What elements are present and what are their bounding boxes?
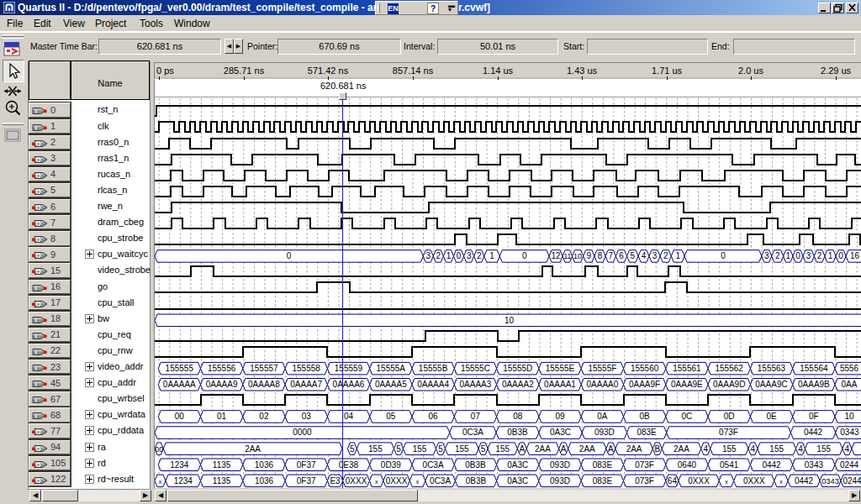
svg-text:3: 3 xyxy=(426,251,431,260)
svg-text:64: 64 xyxy=(668,476,678,486)
svg-text:2AA: 2AA xyxy=(626,444,642,454)
svg-text:0A3C: 0A3C xyxy=(507,476,528,486)
svg-text:1036: 1036 xyxy=(255,460,274,470)
svg-text:11: 11 xyxy=(563,252,571,260)
svg-text:06: 06 xyxy=(429,412,439,421)
svg-text:3: 3 xyxy=(652,251,658,260)
svg-text:0A: 0A xyxy=(597,412,608,421)
svg-text:0AAAA9: 0AAAA9 xyxy=(206,380,238,389)
svg-text:15555A: 15555A xyxy=(377,364,406,373)
svg-text:A: A xyxy=(519,444,525,454)
svg-text:073F: 073F xyxy=(719,428,738,437)
svg-text:4: 4 xyxy=(751,444,756,454)
svg-text:08: 08 xyxy=(513,412,523,421)
svg-text:0442: 0442 xyxy=(762,460,781,470)
svg-text:0A3C: 0A3C xyxy=(550,428,571,437)
svg-text:12: 12 xyxy=(552,251,562,260)
svg-text:7: 7 xyxy=(608,251,613,260)
svg-text:093D: 093D xyxy=(550,460,570,470)
svg-text:1135: 1135 xyxy=(213,460,231,470)
svg-text:4: 4 xyxy=(642,251,647,260)
svg-text:03: 03 xyxy=(302,412,312,421)
svg-text:5: 5 xyxy=(438,444,443,454)
svg-text:0: 0 xyxy=(721,251,726,260)
svg-text:4: 4 xyxy=(845,444,850,454)
svg-text:0AAAAA: 0AAAAA xyxy=(163,380,196,389)
svg-text:0: 0 xyxy=(457,251,462,260)
svg-text:083E: 083E xyxy=(593,460,613,470)
svg-text:0F: 0F xyxy=(809,412,819,421)
svg-text:10: 10 xyxy=(573,252,582,260)
svg-text:0C3A: 0C3A xyxy=(430,476,451,486)
svg-text:1: 1 xyxy=(675,251,680,260)
svg-text:2: 2 xyxy=(663,251,668,260)
svg-text:0343: 0343 xyxy=(821,477,839,486)
svg-text:2AA: 2AA xyxy=(245,444,261,454)
svg-text:3: 3 xyxy=(806,251,811,260)
svg-text:2AA: 2AA xyxy=(535,444,551,454)
svg-text:1: 1 xyxy=(446,251,452,260)
svg-text:0B3B: 0B3B xyxy=(507,428,528,437)
svg-text:00: 00 xyxy=(155,445,163,454)
svg-text:0AA: 0AA xyxy=(842,380,858,389)
svg-text:0AAA9D: 0AAA9D xyxy=(713,380,745,389)
svg-text:0: 0 xyxy=(522,251,527,260)
svg-text:0AAA9C: 0AAA9C xyxy=(755,380,787,389)
svg-text:1234: 1234 xyxy=(174,476,193,486)
svg-text:0XXX: 0XXX xyxy=(688,476,710,486)
svg-text:155557: 155557 xyxy=(250,364,278,373)
svg-text:155561: 155561 xyxy=(673,364,701,373)
svg-text:0: 0 xyxy=(795,251,800,260)
svg-text:155: 155 xyxy=(816,444,831,454)
svg-text:4: 4 xyxy=(703,444,708,454)
svg-text:155563: 155563 xyxy=(758,364,786,373)
svg-text:0B: 0B xyxy=(639,412,650,421)
svg-text:15555F: 15555F xyxy=(588,364,616,373)
svg-text:07: 07 xyxy=(471,412,481,421)
svg-text:0AAAA6: 0AAAA6 xyxy=(333,380,365,389)
svg-text:B: B xyxy=(654,444,660,454)
svg-text:0: 0 xyxy=(838,251,843,260)
svg-text:0B3B: 0B3B xyxy=(466,476,487,486)
svg-text:5: 5 xyxy=(350,444,355,454)
svg-text:2: 2 xyxy=(477,251,482,260)
svg-text:0343: 0343 xyxy=(840,428,859,437)
svg-text:3: 3 xyxy=(764,251,769,260)
svg-text:2: 2 xyxy=(775,251,780,260)
svg-text:10: 10 xyxy=(844,412,854,421)
svg-text:0244: 0244 xyxy=(840,460,859,470)
svg-text:x: x xyxy=(725,479,728,485)
svg-text:1: 1 xyxy=(786,251,791,260)
svg-text:155555: 155555 xyxy=(166,364,194,373)
svg-text:15555C: 15555C xyxy=(461,364,490,373)
svg-text:6: 6 xyxy=(619,251,624,260)
svg-text:0AAAA0: 0AAAA0 xyxy=(586,380,618,389)
svg-text:0E: 0E xyxy=(766,412,777,421)
svg-text:0B3B: 0B3B xyxy=(465,460,486,470)
svg-text:10: 10 xyxy=(504,316,515,325)
svg-text:1234: 1234 xyxy=(170,460,189,470)
svg-text:15555D: 15555D xyxy=(503,364,532,373)
svg-text:x: x xyxy=(779,479,783,485)
svg-text:15555E: 15555E xyxy=(546,364,575,373)
svg-text:093D: 093D xyxy=(594,428,615,437)
svg-text:155: 155 xyxy=(722,444,737,454)
svg-text:5556: 5556 xyxy=(840,364,859,373)
svg-text:0AAAA3: 0AAAA3 xyxy=(459,380,491,389)
svg-text:0AAAA5: 0AAAA5 xyxy=(375,380,407,389)
svg-text:083E: 083E xyxy=(593,476,613,486)
svg-text:0AAA9F: 0AAA9F xyxy=(629,380,660,389)
svg-text:0AAA9B: 0AAA9B xyxy=(798,380,830,389)
svg-text:2AA: 2AA xyxy=(579,444,595,454)
svg-text:0XXX: 0XXX xyxy=(743,476,765,486)
svg-text:1: 1 xyxy=(828,251,833,260)
svg-text:073F: 073F xyxy=(635,460,654,470)
svg-text:09: 09 xyxy=(555,412,565,421)
svg-text:0541: 0541 xyxy=(720,460,739,470)
svg-text:155: 155 xyxy=(769,444,784,454)
svg-text:02: 02 xyxy=(259,412,269,421)
svg-text:0AAAA4: 0AAAA4 xyxy=(417,380,449,389)
svg-text:x: x xyxy=(375,479,378,485)
svg-text:0AAAA7: 0AAAA7 xyxy=(290,380,322,389)
svg-text:0442: 0442 xyxy=(795,476,814,486)
